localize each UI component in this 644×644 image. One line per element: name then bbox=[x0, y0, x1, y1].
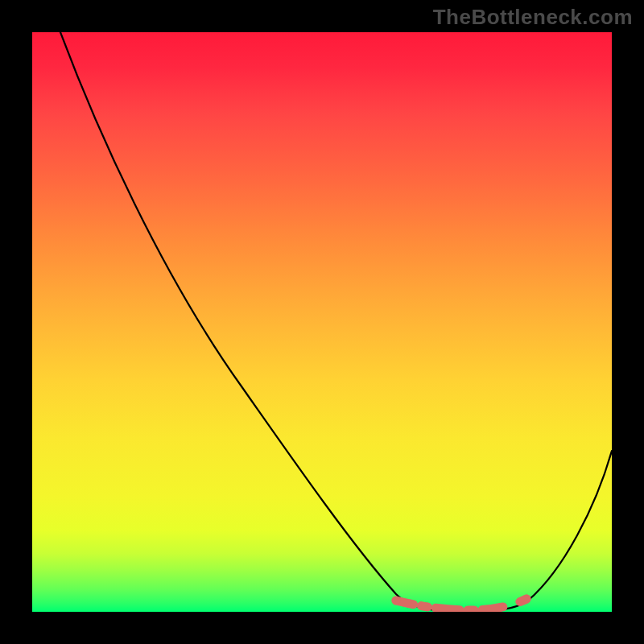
marker-dot-right bbox=[522, 595, 531, 604]
bottleneck-flat-marker bbox=[396, 599, 526, 610]
plot-area bbox=[32, 32, 612, 612]
root-frame: TheBottleneck.com bbox=[0, 0, 644, 644]
chart-svg bbox=[32, 32, 612, 612]
marker-dot-left bbox=[392, 597, 401, 605]
bottleneck-curve bbox=[60, 32, 612, 612]
watermark-text: TheBottleneck.com bbox=[433, 5, 633, 30]
